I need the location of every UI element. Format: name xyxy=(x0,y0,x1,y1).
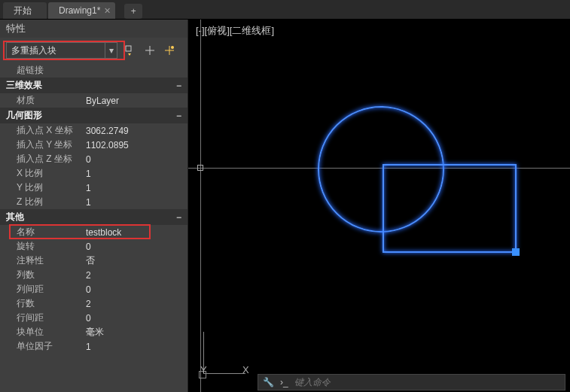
rectangle-shape[interactable] xyxy=(383,164,517,253)
properties-panel: 特性 多重插入块 ▾ 超链接 三维效果 − xyxy=(0,20,188,392)
prop-label: Y 比例 xyxy=(0,181,83,194)
prop-value: 2 xyxy=(83,299,187,309)
guide-vertical xyxy=(200,20,201,392)
prop-value: 1 xyxy=(83,197,187,208)
prop-value: 3062.2749 xyxy=(83,126,187,136)
section-header-geometry-label: 几何图形 xyxy=(6,109,42,122)
section-header-effect3d[interactable]: 三维效果 − xyxy=(0,77,187,93)
wrench-icon[interactable]: 🔧 xyxy=(263,377,274,387)
section-header-geometry[interactable]: 几何图形 − xyxy=(0,108,187,123)
tab-bar: 开始 Drawing1* ✕ + xyxy=(0,0,570,20)
tab-start-label: 开始 xyxy=(14,5,32,17)
prop-label: 材质 xyxy=(0,94,83,107)
prop-label: 块单位 xyxy=(0,326,83,339)
collapse-icon: − xyxy=(176,212,181,223)
prop-row-rotation[interactable]: 旋转0 xyxy=(0,239,187,254)
prop-label: 插入点 X 坐标 xyxy=(0,124,83,137)
prop-row-sx[interactable]: X 比例1 xyxy=(0,166,187,181)
prop-value: 2 xyxy=(83,270,187,281)
quickselect-icon[interactable] xyxy=(123,44,137,57)
prop-value: 0 xyxy=(83,242,187,252)
prop-row-sz[interactable]: Z 比例1 xyxy=(0,195,187,209)
prop-label: 旋转 xyxy=(0,240,83,253)
tab-add-button[interactable]: + xyxy=(124,4,142,19)
prop-row-annotative[interactable]: 注释性否 xyxy=(0,254,187,268)
prop-label: 插入点 Z 坐标 xyxy=(0,153,83,166)
prop-value: testblock xyxy=(83,227,187,238)
collapse-icon: − xyxy=(176,81,181,91)
guide-marker xyxy=(197,165,203,171)
prop-label: 单位因子 xyxy=(0,340,83,353)
prop-label: 插入点 Y 坐标 xyxy=(0,138,83,151)
prop-row-insz[interactable]: 插入点 Z 坐标0 xyxy=(0,152,187,166)
svg-point-1 xyxy=(171,46,174,49)
command-input[interactable] xyxy=(294,377,560,387)
chevron-down-icon: ▾ xyxy=(105,43,117,58)
chevron-right-icon: ›_ xyxy=(280,377,288,387)
pickadd-icon[interactable] xyxy=(143,44,157,57)
prop-value: 1 xyxy=(83,342,187,352)
prop-row-unitfactor[interactable]: 单位因子1 xyxy=(0,339,187,354)
prop-row-material[interactable]: 材质 ByLayer xyxy=(0,93,187,108)
prop-label: 列数 xyxy=(0,269,83,281)
prop-row-insx[interactable]: 插入点 X 坐标3062.2749 xyxy=(0,123,187,138)
axis-x-label: X xyxy=(242,364,249,375)
tab-start[interactable]: 开始 xyxy=(3,2,47,19)
prop-label: 名称 xyxy=(0,226,83,239)
axis-y-label: Y xyxy=(200,364,207,375)
tab-drawing[interactable]: Drawing1* ✕ xyxy=(48,2,115,19)
selection-value: 多重插入块 xyxy=(7,44,105,57)
prop-value: 毫米 xyxy=(83,326,187,339)
section-header-other-label: 其他 xyxy=(6,211,24,223)
viewport-label[interactable]: [-][俯视][二维线框] xyxy=(196,24,274,38)
prop-row-name[interactable]: 名称testblock xyxy=(0,225,187,239)
section-header-other[interactable]: 其他 − xyxy=(0,209,187,225)
prop-label: X 比例 xyxy=(0,167,83,180)
drawing-canvas[interactable]: [-][俯视][二维线框] Y X 🔧 ›_ xyxy=(188,20,570,392)
hyperlink-row[interactable]: 超链接 xyxy=(0,63,187,77)
prop-row-rows[interactable]: 行数2 xyxy=(0,296,187,311)
selection-dropdown[interactable]: 多重插入块 ▾ xyxy=(6,42,117,59)
prop-row-sy[interactable]: Y 比例1 xyxy=(0,181,187,195)
prop-label: 注释性 xyxy=(0,254,83,267)
prop-label: 行间距 xyxy=(0,311,83,324)
command-bar[interactable]: 🔧 ›_ xyxy=(258,374,565,390)
panel-title: 特性 xyxy=(0,20,187,38)
prop-value: 1 xyxy=(83,183,187,193)
prop-value: 0 xyxy=(83,284,187,295)
prop-row-insy[interactable]: 插入点 Y 坐标1102.0895 xyxy=(0,138,187,152)
selection-grip[interactable] xyxy=(512,248,520,256)
prop-row-colspacing[interactable]: 列间距0 xyxy=(0,282,187,296)
svg-rect-0 xyxy=(126,46,131,51)
tab-drawing-label: Drawing1* xyxy=(59,5,100,16)
prop-label: 行数 xyxy=(0,297,83,310)
prop-value: 1102.0895 xyxy=(83,140,187,150)
prop-row-cols[interactable]: 列数2 xyxy=(0,268,187,282)
prop-value: ByLayer xyxy=(83,96,187,106)
prop-row-rowspacing[interactable]: 行间距0 xyxy=(0,311,187,325)
prop-value: 否 xyxy=(83,254,187,267)
prop-value: 0 xyxy=(83,313,187,324)
prop-row-blockunit[interactable]: 块单位毫米 xyxy=(0,325,187,339)
close-icon[interactable]: ✕ xyxy=(104,6,111,16)
pickadd-toggle-icon[interactable] xyxy=(163,44,176,57)
selection-row: 多重插入块 ▾ xyxy=(0,38,187,63)
prop-value: 0 xyxy=(83,154,187,165)
prop-label: 列间距 xyxy=(0,283,83,296)
hyperlink-label: 超链接 xyxy=(0,64,83,77)
section-header-effect3d-label: 三维效果 xyxy=(6,79,42,92)
collapse-icon: − xyxy=(176,111,181,121)
ucs-x-axis xyxy=(203,373,245,374)
prop-label: Z 比例 xyxy=(0,196,83,208)
prop-value: 1 xyxy=(83,169,187,179)
